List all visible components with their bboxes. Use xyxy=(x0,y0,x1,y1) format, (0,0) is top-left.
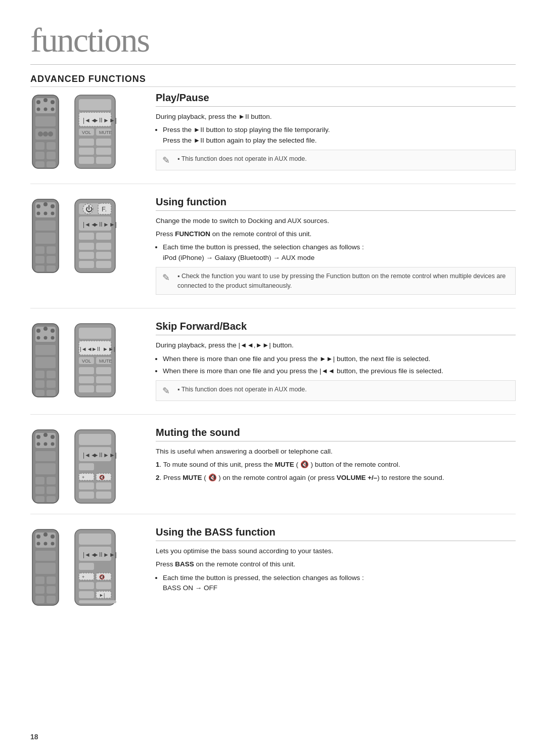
svg-point-39 xyxy=(43,202,48,206)
svg-text:►►|: ►►| xyxy=(103,221,117,228)
svg-rect-32 xyxy=(79,148,94,155)
content-area-skip: Skip Forward/Back During playback, press… xyxy=(156,321,516,405)
svg-point-40 xyxy=(51,204,55,208)
svg-rect-110 xyxy=(35,451,56,461)
func-desc-5b: Press BASS on the remote control of this… xyxy=(156,559,516,569)
page-number: 18 xyxy=(30,733,38,741)
svg-rect-65 xyxy=(96,243,111,250)
svg-rect-80 xyxy=(35,371,44,378)
svg-rect-20 xyxy=(79,99,111,110)
note-text-3: ▪ This function does not operate in AUX … xyxy=(177,385,307,394)
svg-rect-161 xyxy=(96,582,111,589)
func-desc-5a: Lets you optimise the bass sound accordi… xyxy=(156,546,516,556)
svg-rect-44 xyxy=(35,220,56,231)
svg-point-4 xyxy=(51,100,55,104)
svg-rect-8 xyxy=(35,116,56,126)
svg-rect-143 xyxy=(35,576,44,584)
func-title-mute: Muting the sound xyxy=(156,427,516,441)
page-title: functions xyxy=(30,20,516,65)
svg-point-108 xyxy=(44,442,48,446)
svg-point-107 xyxy=(37,442,40,446)
remote-area-mute: |◄◄ ►II ►►| + 🔇 xyxy=(30,429,142,505)
svg-point-7 xyxy=(51,108,55,111)
remote-large-4: |◄◄ ►II ►►| + 🔇 xyxy=(74,429,124,505)
svg-rect-125 xyxy=(79,473,94,480)
remote-area-play-pause: |◄◄ ►II ►►| VOL MUTE xyxy=(30,94,142,170)
svg-rect-85 xyxy=(47,390,56,396)
remote-small-2 xyxy=(30,198,70,274)
svg-rect-117 xyxy=(47,496,56,502)
remote-small-1 xyxy=(30,94,70,170)
func-bullets-2: Each time the button is pressed, the sel… xyxy=(163,242,516,263)
remote-large-5: |◄◄ ►II ►►| + 🔇 ►| xyxy=(74,528,124,607)
svg-rect-17 xyxy=(35,161,44,167)
note-text-2: ▪ Check the function you want to use by … xyxy=(177,272,509,291)
svg-rect-150 xyxy=(79,533,111,545)
svg-rect-33 xyxy=(96,148,111,155)
svg-point-104 xyxy=(36,435,40,439)
func-bullets-5: Each time the button is pressed, the sel… xyxy=(163,573,516,594)
svg-rect-101 xyxy=(96,385,111,392)
svg-point-75 xyxy=(37,336,40,340)
svg-rect-62 xyxy=(79,233,94,240)
svg-point-43 xyxy=(51,211,55,215)
remote-area-bass: |◄◄ ►II ►►| + 🔇 ►| xyxy=(30,528,142,607)
func-numbered-4a: 1. To mute sound of this unit, press the… xyxy=(156,460,516,470)
svg-text:⏻: ⏻ xyxy=(85,205,93,213)
svg-text:►►|: ►►| xyxy=(103,452,117,459)
svg-rect-15 xyxy=(35,152,44,159)
remote-large-2: ⏻ F. |◄◄ ►II ►►| xyxy=(74,198,124,274)
svg-point-139 xyxy=(44,542,48,546)
svg-rect-115 xyxy=(47,486,56,494)
svg-text:►II: ►II xyxy=(93,117,103,124)
svg-rect-66 xyxy=(79,252,94,259)
svg-text:MUTE: MUTE xyxy=(99,359,112,364)
content-area-using-function: Using function Change the mode to switch… xyxy=(156,196,516,299)
svg-text:🔇: 🔇 xyxy=(99,574,105,580)
svg-point-10 xyxy=(38,131,43,137)
svg-rect-63 xyxy=(96,233,111,240)
svg-rect-144 xyxy=(47,576,56,584)
function-block-skip: |◄◄ ►II ►►| VOL MUTE Skip Forward/Back D… xyxy=(30,321,516,415)
svg-point-42 xyxy=(44,211,48,215)
svg-rect-124 xyxy=(79,463,94,470)
svg-rect-98 xyxy=(79,376,94,383)
svg-rect-142 xyxy=(35,563,56,574)
svg-text:VOL: VOL xyxy=(82,130,91,135)
note-icon-3: ✎ xyxy=(162,385,173,396)
svg-rect-79 xyxy=(35,357,56,368)
svg-rect-96 xyxy=(79,367,94,374)
svg-point-77 xyxy=(51,336,55,340)
svg-rect-18 xyxy=(47,161,56,167)
svg-rect-64 xyxy=(79,243,94,250)
svg-text:|◄◄: |◄◄ xyxy=(80,346,93,352)
func-desc-3: During playback, press the |◄◄,►►| butto… xyxy=(156,340,516,350)
remote-area-skip: |◄◄ ►II ►►| VOL MUTE xyxy=(30,323,142,398)
svg-point-140 xyxy=(51,542,55,546)
func-bullets-1: Press the ►II button to stop playing the… xyxy=(163,125,516,146)
svg-rect-119 xyxy=(79,434,111,445)
svg-rect-82 xyxy=(35,380,44,388)
function-block-play-pause: |◄◄ ►II ►►| VOL MUTE Play/Pause During p… xyxy=(30,92,516,184)
svg-rect-100 xyxy=(79,385,94,392)
svg-text:+: + xyxy=(82,574,84,580)
svg-rect-83 xyxy=(47,380,56,388)
svg-text:►II: ►II xyxy=(93,452,103,459)
svg-point-105 xyxy=(43,433,48,437)
func-title-bass: Using the BASS function xyxy=(156,526,516,541)
svg-point-137 xyxy=(51,535,55,539)
svg-rect-49 xyxy=(47,256,56,263)
svg-text:►|: ►| xyxy=(99,593,105,598)
svg-rect-48 xyxy=(35,256,44,263)
svg-rect-162 xyxy=(79,591,94,598)
svg-rect-97 xyxy=(96,367,111,374)
svg-point-136 xyxy=(43,532,48,537)
svg-point-11 xyxy=(43,131,48,137)
svg-rect-114 xyxy=(35,486,44,494)
section-heading: ADVANCED FUNCTIONS xyxy=(30,74,516,87)
func-title-play-pause: Play/Pause xyxy=(156,92,516,107)
function-block-bass: |◄◄ ►II ►►| + 🔇 ►| Using the BASS functi… xyxy=(30,526,516,616)
note-icon-1: ✎ xyxy=(162,155,173,166)
svg-rect-46 xyxy=(35,246,44,254)
svg-point-41 xyxy=(37,211,40,215)
